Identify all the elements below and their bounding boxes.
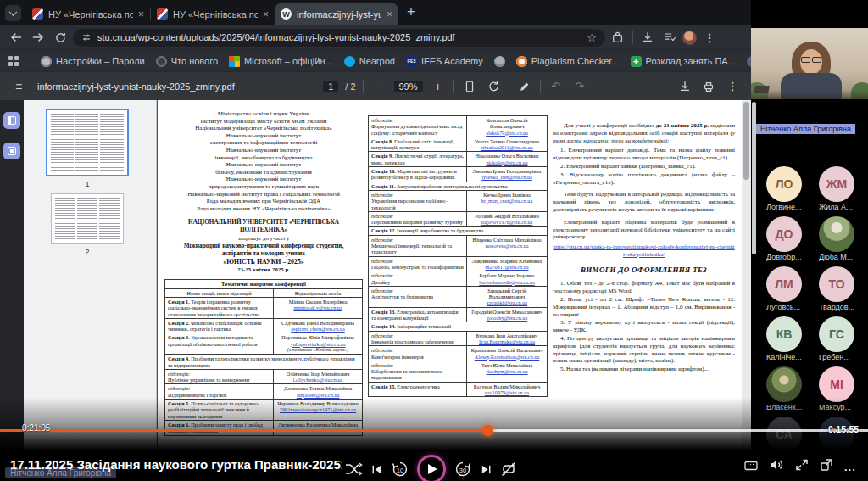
tab-close-icon[interactable]: × — [263, 10, 269, 19]
bookmark-item[interactable]: Nearpod — [344, 56, 395, 67]
fit-page-icon[interactable] — [461, 80, 478, 93]
email-link[interactable]: zavatski@stu.cn.ua — [487, 299, 527, 305]
zoom-level[interactable]: 99% — [394, 81, 423, 92]
email-link[interactable]: rogovov1976@stu.cn.ua — [481, 219, 533, 225]
email-link[interactable]: tkachym@stu.cn.ua — [487, 368, 528, 374]
email-link[interactable]: Alexey.Krasnozhon@stu.cn.ua — [475, 354, 540, 360]
bookmark-item[interactable]: IFESIFES Academy — [406, 56, 483, 67]
repository-link[interactable]: https://stu.cn.ua/nauka-ta-innovatcii/na… — [553, 243, 735, 258]
downloads-icon[interactable] — [638, 31, 657, 44]
seek-bar[interactable] — [0, 429, 868, 432]
participant-avatar[interactable]: ГС — [819, 316, 854, 352]
participant-tile[interactable]: ЛМЛуговсь... — [761, 266, 814, 310]
browser-tab-1[interactable]: НУ «Чернігівська політехніка» × — [26, 3, 150, 25]
print-icon[interactable] — [700, 80, 717, 93]
next-track-icon[interactable] — [480, 463, 492, 476]
bookmark-item[interactable]: Microsoft – офіційн... — [229, 56, 333, 67]
pdf-download-icon[interactable] — [676, 80, 693, 93]
participant-tile[interactable]: ГСГребен... — [814, 316, 866, 361]
address-bar[interactable]: stu.cn.ua/wp-content/uploads/2025/04/inf… — [73, 29, 605, 47]
browser-menu-icon[interactable]: ⋮ — [700, 31, 719, 44]
participant-tile[interactable]: ДОДовгобр... — [761, 216, 814, 260]
page-thumbnail-2[interactable] — [51, 193, 124, 244]
new-tab-button[interactable]: + — [407, 3, 415, 20]
back-icon[interactable] — [7, 31, 25, 44]
profile-avatar[interactable] — [682, 31, 697, 45]
participant-avatar[interactable] — [819, 216, 854, 252]
panel-toggle-icon-1[interactable] — [3, 112, 20, 129]
volume-icon[interactable] — [769, 458, 784, 475]
email-link[interactable]: barbashmoodle@stu.cn.ua — [479, 279, 535, 285]
email-link[interactable]: lysenko_iren@stu.cn.ua — [481, 174, 532, 180]
email-link[interactable]: m270817@stu.cn.ua — [485, 264, 528, 270]
participant-tile[interactable]: ТОТвардов... — [814, 266, 866, 310]
popout-icon[interactable] — [820, 458, 833, 475]
forward-30-icon[interactable]: 30 — [453, 460, 472, 478]
participant-avatar[interactable]: ЛО — [766, 166, 802, 202]
reload-icon[interactable] — [51, 31, 70, 44]
pdf-menu-icon[interactable]: ≡ — [10, 80, 27, 93]
page-thumbnail-1[interactable] — [47, 110, 127, 175]
participant-tile[interactable]: ЛОЛогвине... — [761, 166, 814, 210]
apps-grid-icon[interactable] — [8, 56, 19, 66]
doc-header-line: Навчально-науковий інститут — [164, 147, 363, 154]
bookmark-item[interactable]: Настройки – Пароли — [41, 56, 145, 67]
participant-avatar[interactable]: ЖМ — [819, 166, 854, 202]
previous-track-icon[interactable] — [370, 463, 383, 476]
tab-close-icon[interactable]: × — [387, 10, 392, 19]
browser-tab-active-pdf[interactable]: W informaczijnyj-lyst-yunist-nauk × — [275, 3, 398, 25]
participant-avatar[interactable]: КВ — [766, 316, 802, 352]
email-link[interactable]: gorodny@stu.cn.ua — [487, 315, 527, 321]
participant-tile[interactable]: КВКалініче... — [761, 316, 814, 361]
zoom-out-icon[interactable]: − — [370, 80, 387, 93]
panel-scrollbar[interactable] — [752, 102, 756, 254]
presenter-video[interactable] — [751, 28, 868, 99]
tab-search-chevron-icon[interactable] — [5, 5, 21, 21]
email-link[interactable]: Ivan.Bourmaka@stu.cn.ua — [479, 338, 535, 344]
extensions-icon[interactable] — [609, 31, 627, 44]
participant-tile[interactable]: ЖМЖила А... — [814, 166, 866, 210]
page-number-input[interactable]: 1 — [323, 81, 338, 92]
forward-icon[interactable] — [29, 31, 47, 44]
bookmark-item[interactable]: Что нового — [156, 56, 218, 67]
email-link[interactable]: minina.ok.v@stu.cn.ua — [293, 305, 342, 310]
site-info-icon[interactable] — [81, 32, 92, 42]
screen-recording-player: НУ «Чернігівська політехніка» × НУ «Черн… — [0, 0, 868, 481]
participant-avatar[interactable]: ДО — [766, 216, 802, 252]
bookmark-item[interactable]: Plagiarism Checker... — [516, 56, 620, 67]
repeat-off-icon[interactable] — [500, 461, 517, 477]
reading-list-icon[interactable] — [660, 31, 679, 44]
undo-icon[interactable]: ↶ — [548, 80, 565, 92]
panel-toggle-icon-2[interactable] — [3, 143, 20, 159]
email-link[interactable]: i.oliychenko@stu.cn.ua — [293, 377, 342, 383]
redo-icon[interactable]: ↷ — [571, 80, 588, 92]
email-link[interactable]: situation2011@stu.cn.ua — [481, 144, 532, 150]
keyboard-icon[interactable] — [744, 459, 758, 474]
play-button[interactable] — [417, 455, 446, 481]
more-options-icon[interactable]: ... — [844, 461, 856, 473]
rotate-icon[interactable] — [485, 80, 502, 93]
participant-tile[interactable]: Дюба М... — [814, 216, 866, 260]
rewind-10-icon[interactable]: 10 — [391, 460, 409, 478]
email-link[interactable]: hr_man_cnut@stu.cn.ua — [481, 198, 532, 204]
email-link[interactable]: aleksk79@stu.cn.ua — [486, 130, 528, 136]
bookmark-item[interactable] — [494, 56, 505, 67]
pdf-more-icon[interactable]: ⋮ — [724, 80, 741, 92]
section-cell: Секція 4. Проблеми та перспективи розвит… — [165, 355, 363, 370]
email-link[interactable]: aspirant_chstu@stu.cn.ua — [291, 326, 344, 332]
email-link[interactable]: yuliaperetiatko@stu.cn.ua — [291, 341, 346, 347]
email-link[interactable]: nickoleg@stu.cn.ua — [487, 159, 528, 165]
email-link[interactable]: vad10979@stu.cn.ua — [485, 389, 529, 395]
bookmark-item[interactable]: +Розклад занять ПА... — [631, 56, 736, 67]
annotate-pen-icon[interactable] — [516, 80, 533, 93]
zoom-in-icon[interactable]: + — [430, 80, 447, 93]
participant-avatar[interactable]: ТО — [819, 266, 854, 302]
bookmark-star-icon[interactable]: ☆ — [587, 31, 597, 44]
scrollbar-thumb[interactable] — [743, 102, 749, 180]
browser-tab-2[interactable]: НУ «Чернігівська політехніка» × — [151, 3, 275, 25]
shuffle-icon[interactable] — [344, 462, 363, 476]
tab-close-icon[interactable]: × — [138, 10, 144, 19]
participant-avatar[interactable]: ЛМ — [766, 266, 802, 302]
email-link[interactable]: russoveta@stu.cn.ua — [485, 243, 528, 249]
fullscreen-icon[interactable] — [795, 458, 809, 475]
